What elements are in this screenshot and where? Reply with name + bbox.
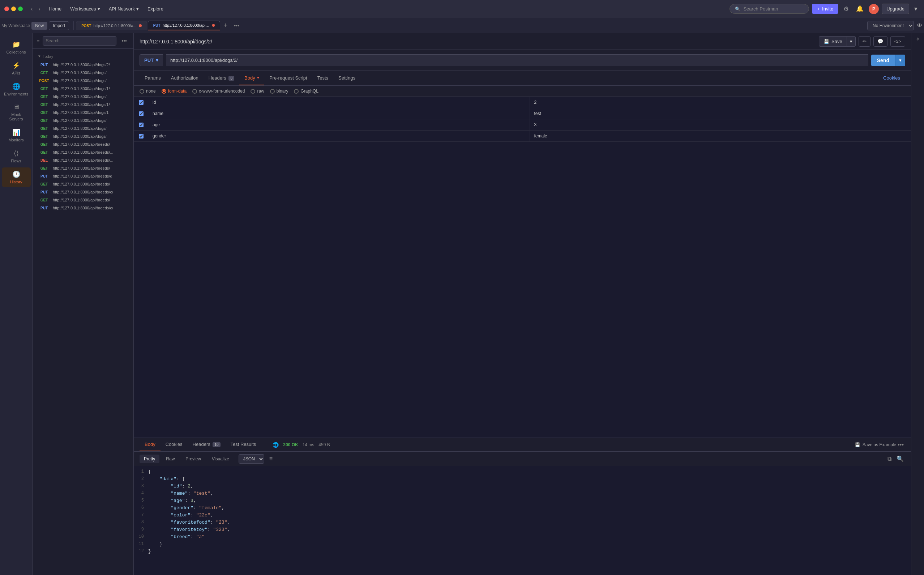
history-search-input[interactable] (43, 36, 117, 46)
list-item[interactable]: GEThttp://127.0.0.1:8000/api/breeds/ (33, 180, 133, 188)
sidebar-item-monitors[interactable]: 📊 Monitors (2, 125, 31, 145)
list-item[interactable]: GEThttp://127.0.0.1:8000/api/breeds/ (33, 140, 133, 148)
avatar[interactable]: P (869, 4, 879, 14)
sidebar-item-environments[interactable]: 🌐 Environments (2, 79, 31, 99)
list-item[interactable]: GEThttp://127.0.0.1:8000/api/dogs/ (33, 124, 133, 132)
resp-tab-headers[interactable]: Headers 10 (188, 438, 225, 451)
list-item[interactable]: GEThttp://127.0.0.1:8000/api/dogs/1/ (33, 100, 133, 108)
chat-button[interactable]: 💬 (873, 36, 888, 47)
list-item[interactable]: PUThttp://127.0.0.1:8000/api/dogs/2/ (33, 61, 133, 69)
code-snippet-button[interactable]: </> (891, 36, 905, 47)
sidebar-item-apis[interactable]: ⚡ APIs (2, 59, 31, 78)
send-dropdown-button[interactable]: ▾ (895, 55, 905, 66)
nav-home[interactable]: Home (46, 4, 65, 14)
save-example-button[interactable]: 💾 Save as Example (855, 442, 896, 447)
save-button[interactable]: 💾 Save (819, 36, 847, 47)
import-button[interactable]: Import (49, 21, 69, 30)
row-checkbox-age[interactable] (134, 120, 148, 130)
list-item[interactable]: DELhttp://127.0.0.1:8000/api/breeds/... (33, 156, 133, 164)
forward-button[interactable]: › (36, 4, 42, 14)
row-checkbox-gender[interactable] (134, 131, 148, 141)
close-button[interactable] (4, 6, 9, 11)
url-input[interactable] (166, 54, 869, 66)
tab-body[interactable]: Body • (239, 71, 264, 85)
history-list: ▾ Today PUThttp://127.0.0.1:8000/api/dog… (33, 49, 133, 575)
tab-cookies[interactable]: Cookies (878, 71, 905, 85)
list-item[interactable]: GEThttp://127.0.0.1:8000/api/dogs/ (33, 92, 133, 100)
list-item[interactable]: PUThttp://127.0.0.1:8000/api/breeds/c/ (33, 188, 133, 196)
checkbox-gender[interactable] (139, 134, 144, 138)
filter-button[interactable]: ≡ (266, 455, 276, 463)
nav-apinetwork[interactable]: API Network ▾ (105, 4, 143, 14)
list-item[interactable]: GEThttp://127.0.0.1:8000/api/dogs/1 (33, 108, 133, 116)
tab-params[interactable]: Params (139, 71, 166, 85)
resp-more-button[interactable]: ••• (896, 440, 905, 450)
environment-icon-button[interactable]: 👁 (917, 22, 922, 29)
copy-response-button[interactable]: ⧉ (886, 454, 893, 464)
sidebar-item-collections[interactable]: 📁 Collections (2, 38, 31, 57)
search-bar[interactable]: 🔍 Search Postman (729, 4, 809, 14)
radio-urlencoded[interactable]: x-www-form-urlencoded (192, 89, 245, 94)
new-button[interactable]: New (32, 22, 48, 30)
checkbox-age[interactable] (139, 122, 144, 127)
resp-view-pretty[interactable]: Pretty (139, 454, 159, 463)
resp-tab-body[interactable]: Body (139, 438, 160, 451)
sidebar-item-flows[interactable]: ⟨⟩ Flows (2, 146, 31, 166)
list-item[interactable]: GEThttp://127.0.0.1:8000/api/dogs/ (33, 132, 133, 140)
upgrade-button[interactable]: Upgrade (882, 4, 909, 14)
history-group-today[interactable]: ▾ Today (33, 52, 133, 61)
row-checkbox-name[interactable] (134, 108, 148, 119)
history-menu-button[interactable]: ••• (119, 37, 129, 44)
settings-button[interactable]: ⚙ (841, 4, 851, 14)
nav-explore[interactable]: Explore (144, 4, 167, 14)
right-sidebar-top-button[interactable]: ✧ (916, 36, 920, 42)
list-item[interactable]: GEThttp://127.0.0.1:8000/api/breeds/ (33, 164, 133, 172)
environment-select[interactable]: No Environment (867, 21, 914, 30)
search-response-button[interactable]: 🔍 (895, 454, 905, 464)
save-dropdown-button[interactable]: ▾ (847, 36, 856, 47)
radio-binary[interactable]: binary (270, 89, 288, 94)
minimize-button[interactable] (11, 6, 16, 11)
back-button[interactable]: ‹ (29, 4, 35, 14)
notifications-button[interactable]: 🔔 (854, 4, 866, 14)
tab-authorization[interactable]: Authorization (166, 71, 203, 85)
tab-more-button[interactable]: ••• (231, 21, 242, 30)
list-item[interactable]: GEThttp://127.0.0.1:8000/api/dogs/ (33, 69, 133, 77)
list-item[interactable]: POSThttp://127.0.0.1:8000/api/dogs/ (33, 77, 133, 85)
code-edit-button[interactable]: ✏ (859, 36, 870, 47)
sidebar-item-history[interactable]: 🕐 History (2, 167, 31, 187)
list-item[interactable]: GEThttp://127.0.0.1:8000/api/breeds/... (33, 148, 133, 156)
sidebar-item-mockservers[interactable]: 🖥 Mock Servers (2, 100, 31, 124)
tab-settings[interactable]: Settings (333, 71, 360, 85)
radio-formdata[interactable]: form-data (162, 89, 187, 94)
tab-headers[interactable]: Headers 8 (203, 71, 239, 85)
radio-graphql[interactable]: GraphQL (294, 89, 318, 94)
row-checkbox-id[interactable] (134, 97, 148, 108)
tab-prerequest[interactable]: Pre-request Script (264, 71, 312, 85)
maximize-button[interactable] (18, 6, 23, 11)
list-item[interactable]: PUThttp://127.0.0.1:8000/api/breeds/d (33, 172, 133, 180)
request-tab-1[interactable]: POST http://127.0.0.1:8000/a... (76, 21, 147, 30)
list-item[interactable]: GEThttp://127.0.0.1:8000/api/dogs/ (33, 116, 133, 124)
add-tab-button[interactable]: + (221, 20, 231, 31)
radio-raw[interactable]: raw (250, 89, 264, 94)
list-item[interactable]: GEThttp://127.0.0.1:8000/api/dogs/1/ (33, 85, 133, 92)
checkbox-id[interactable] (139, 100, 144, 105)
invite-button[interactable]: + Invite (812, 4, 838, 14)
more-options-button[interactable]: ▾ (912, 4, 920, 14)
json-format-select[interactable]: JSON (239, 454, 264, 464)
list-item[interactable]: PUThttp://127.0.0.1:8000/api/breeds/c/ (33, 204, 133, 212)
checkbox-name[interactable] (139, 111, 144, 116)
nav-workspaces[interactable]: Workspaces ▾ (67, 4, 103, 14)
request-tab-2[interactable]: PUT http://127.0.0.1:8000/api/dogs/2/ (148, 21, 220, 30)
send-button[interactable]: Send (871, 55, 895, 66)
tab-tests[interactable]: Tests (312, 71, 333, 85)
resp-tab-cookies[interactable]: Cookies (160, 438, 188, 451)
list-item[interactable]: GEThttp://127.0.0.1:8000/api/breeds/ (33, 196, 133, 204)
resp-view-visualize[interactable]: Visualize (208, 454, 233, 463)
resp-view-preview[interactable]: Preview (181, 454, 205, 463)
radio-none[interactable]: none (139, 89, 156, 94)
method-select[interactable]: PUT ▾ (139, 54, 163, 66)
resp-view-raw[interactable]: Raw (162, 454, 179, 463)
resp-tab-testresults[interactable]: Test Results (225, 438, 262, 451)
